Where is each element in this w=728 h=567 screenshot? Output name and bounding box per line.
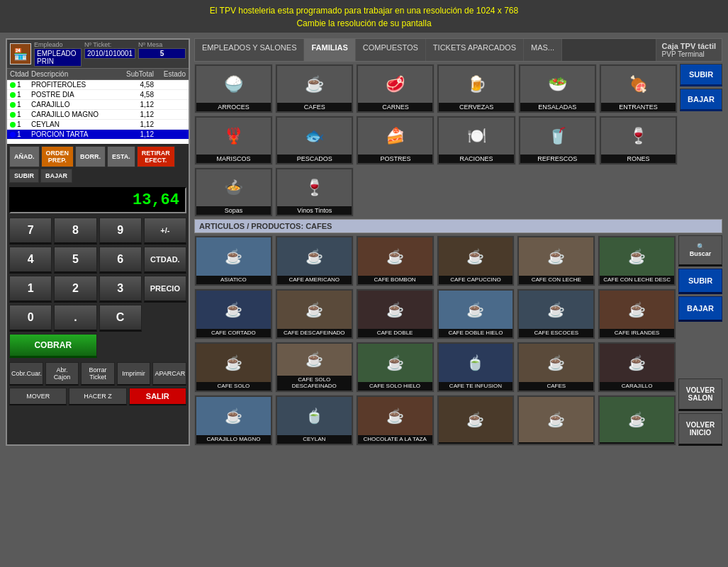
nav-tab-tickets-aparcados[interactable]: TICKETS APARCADOS bbox=[426, 39, 524, 61]
borr-button[interactable]: BORR. bbox=[75, 146, 106, 167]
cat-item-cervezas[interactable]: 🍺 CERVEZAS bbox=[437, 64, 515, 113]
numpad-key----[interactable]: +/- bbox=[144, 218, 186, 245]
search-button[interactable]: 🔍 Buscar bbox=[678, 235, 722, 266]
aparcar-button[interactable]: APARCAR bbox=[152, 362, 186, 386]
bajar-cat-button[interactable]: BAJAR bbox=[680, 89, 722, 111]
top-bar-line1: El TPV hosteleria esta programado para t… bbox=[0, 4, 728, 17]
prod-icon: ☕ bbox=[600, 397, 674, 442]
nav-tab-mas---[interactable]: MAS... bbox=[524, 39, 562, 61]
prod-item-cafe-doble[interactable]: ☕ CAFE DOBLE bbox=[356, 288, 435, 339]
prod-item-empty[interactable]: ☕ bbox=[517, 395, 595, 446]
prod-item-carajillo[interactable]: ☕ CARAJILLO bbox=[598, 342, 676, 393]
prod-item-cafe-solo-hielo[interactable]: ☕ CAFE SOLO HIELO bbox=[356, 342, 435, 393]
prod-item-cafe-americano[interactable]: ☕ CAFE AMERICANO bbox=[275, 235, 354, 286]
nav-tab-empleados-y-salones[interactable]: EMPLEADOS Y SALONES bbox=[195, 39, 304, 61]
prod-subir-button[interactable]: SUBIR bbox=[678, 269, 722, 294]
prod-item-cafe-solo-descafeinado[interactable]: ☕ CAFE SOLO DESCAFEINADO bbox=[275, 342, 354, 393]
bajar-left-button[interactable]: BAJAR bbox=[40, 169, 72, 183]
caja-title: Caja TPV táctil bbox=[662, 42, 716, 50]
numpad-key-8[interactable]: 8 bbox=[54, 218, 96, 245]
order-row[interactable]: 1 PROFITEROLES 4,58 bbox=[7, 80, 189, 90]
numpad-key-7[interactable]: 7 bbox=[9, 218, 52, 245]
order-row[interactable]: 1 CARAJILLO 1,12 bbox=[7, 100, 189, 110]
prod-item-cafe-doble-hielo[interactable]: ☕ CAFE DOBLE HIELO bbox=[437, 288, 515, 339]
cobr-cuar-button[interactable]: Cobr.Cuar. bbox=[9, 362, 43, 386]
cat-label: ENSALADAS bbox=[520, 103, 595, 111]
cat-label: Vinos Tintos bbox=[277, 206, 352, 215]
esta-button[interactable]: ESTA. bbox=[107, 146, 135, 167]
mesa-value: 5 bbox=[138, 48, 186, 59]
cat-item-mariscos[interactable]: 🦞 MARISCOS bbox=[194, 116, 273, 165]
volver-salon-button[interactable]: VOLVER SALON bbox=[678, 378, 722, 411]
volver-inicio-button[interactable]: VOLVER INICIO bbox=[678, 413, 722, 446]
prod-item-cafe-cortado[interactable]: ☕ CAFE CORTADO bbox=[194, 288, 273, 339]
cat-item-cafes[interactable]: ☕ CAFES bbox=[275, 64, 354, 113]
prod-item-chocolate-a-la-taza[interactable]: ☕ CHOCOLATE A LA TAZA bbox=[356, 395, 435, 446]
prod-item-cafe-escoces[interactable]: ☕ CAFE ESCOCES bbox=[517, 288, 595, 339]
borrar-ticket-button[interactable]: Borrar Ticket bbox=[81, 362, 115, 386]
numpad-key-ctdad-[interactable]: CTDAD. bbox=[144, 247, 186, 274]
nav-tab-familias[interactable]: FAMILIAS bbox=[304, 39, 355, 61]
cat-item-carnes[interactable]: 🥩 CARNES bbox=[356, 64, 435, 113]
numpad-key-cobrar[interactable]: COBRAR bbox=[9, 334, 97, 358]
numpad: 789+/-456CTDAD.123PRECIO0.CCOBRAR bbox=[7, 215, 189, 360]
cat-item-ensaladas[interactable]: 🥗 ENSALADAS bbox=[518, 64, 597, 113]
prod-item-cafe-con-leche-desc[interactable]: ☕ CAFE CON LECHE DESC bbox=[598, 235, 676, 286]
add-button[interactable]: AÑAD. bbox=[9, 146, 40, 167]
imprimir-button[interactable]: Imprimir bbox=[117, 362, 151, 386]
prod-icon: ☕ bbox=[196, 397, 271, 435]
cat-item-postres[interactable]: 🍰 POSTRES bbox=[356, 116, 435, 165]
prod-item-asiatico[interactable]: ☕ ASIATICO bbox=[194, 235, 273, 286]
numpad-key--[interactable]: . bbox=[54, 305, 96, 332]
prod-bajar-button[interactable]: BAJAR bbox=[678, 296, 722, 322]
numpad-key-precio[interactable]: PRECIO bbox=[144, 276, 186, 303]
numpad-key-3[interactable]: 3 bbox=[99, 276, 142, 303]
prod-item-cafes[interactable]: ☕ CAFES bbox=[517, 342, 595, 393]
numpad-key-1[interactable]: 1 bbox=[9, 276, 52, 303]
numpad-key-4[interactable]: 4 bbox=[9, 247, 52, 274]
cat-item-arroces[interactable]: 🍚 ARROCES bbox=[194, 64, 273, 113]
hacer-z-button[interactable]: HACER Z bbox=[69, 388, 126, 405]
numpad-key-2[interactable]: 2 bbox=[54, 276, 96, 303]
order-row[interactable]: 1 CEYLAN 1,12 bbox=[7, 120, 189, 130]
cat-item-refrescos[interactable]: 🥤 REFRESCOS bbox=[518, 116, 597, 165]
prod-item-cafe-con-leche[interactable]: ☕ CAFE CON LECHE bbox=[517, 235, 595, 286]
cat-item-entrantes[interactable]: 🍖 ENTRANTES bbox=[599, 64, 678, 113]
cat-item-pescados[interactable]: 🐟 PESCADOS bbox=[275, 116, 354, 165]
prod-item-carajillo-magno[interactable]: ☕ CARAJILLO MAGNO bbox=[194, 395, 273, 446]
numpad-key-c[interactable]: C bbox=[99, 305, 142, 332]
numpad-key-6[interactable]: 6 bbox=[99, 247, 142, 274]
prod-item-cafe-irlandes[interactable]: ☕ CAFE IRLANDES bbox=[598, 288, 676, 339]
row-dot bbox=[10, 102, 16, 108]
prod-icon: ☕ bbox=[600, 344, 674, 382]
prod-item-cafe-descafeinado[interactable]: ☕ CAFE DESCAFEINADO bbox=[275, 288, 354, 339]
prod-item-cafe-bombon[interactable]: ☕ CAFE BOMBON bbox=[356, 235, 435, 286]
numpad-key-5[interactable]: 5 bbox=[54, 247, 96, 274]
prod-item-ceylan[interactable]: 🍵 CEYLAN bbox=[275, 395, 354, 446]
order-row[interactable]: 1 PORCION TARTA 1,12 bbox=[7, 130, 189, 140]
prod-item-empty[interactable]: ☕ bbox=[437, 395, 515, 446]
prod-label: CAFE SOLO HIELO bbox=[358, 382, 432, 391]
prod-item-cafe-te-infusion[interactable]: 🍵 CAFE TE INFUSION bbox=[437, 342, 515, 393]
cat-item-sopas[interactable]: 🍲 Sopas bbox=[194, 167, 273, 217]
prod-item-empty[interactable]: ☕ bbox=[598, 395, 676, 446]
mover-button[interactable]: MOVER bbox=[9, 388, 67, 405]
cat-item-raciones[interactable]: 🍽️ RACIONES bbox=[437, 116, 515, 165]
order-row[interactable]: 1 CARAJILLO MAGNO 1,12 bbox=[7, 110, 189, 120]
subir-cat-button[interactable]: SUBIR bbox=[680, 64, 722, 86]
salir-button[interactable]: SALIR bbox=[129, 388, 186, 405]
prod-item-cafe-solo[interactable]: ☕ CAFE SOLO bbox=[194, 342, 273, 393]
order-rows: 1 PROFITEROLES 4,58 1 POSTRE DIA 4,58 1 … bbox=[7, 80, 189, 144]
orden-prep-button[interactable]: ORDENPREP. bbox=[41, 146, 74, 167]
prod-item-cafe-capuccino[interactable]: ☕ CAFE CAPUCCINO bbox=[437, 235, 515, 286]
cat-item-rones[interactable]: 🍷 RONES bbox=[599, 116, 678, 165]
numpad-key-9[interactable]: 9 bbox=[99, 218, 142, 245]
abr-cajon-button[interactable]: Abr. Cajon bbox=[45, 362, 79, 386]
retirar-button[interactable]: RETIRAREFECT. bbox=[137, 146, 175, 167]
numpad-key-0[interactable]: 0 bbox=[9, 305, 52, 332]
prod-icon: ☕ bbox=[196, 344, 271, 382]
order-row[interactable]: 1 POSTRE DIA 4,58 bbox=[7, 90, 189, 100]
subir-left-button[interactable]: SUBIR bbox=[9, 169, 39, 183]
cat-item-vinos-tintos[interactable]: 🍷 Vinos Tintos bbox=[275, 167, 354, 217]
nav-tab-compuestos[interactable]: COMPUESTOS bbox=[356, 39, 426, 61]
